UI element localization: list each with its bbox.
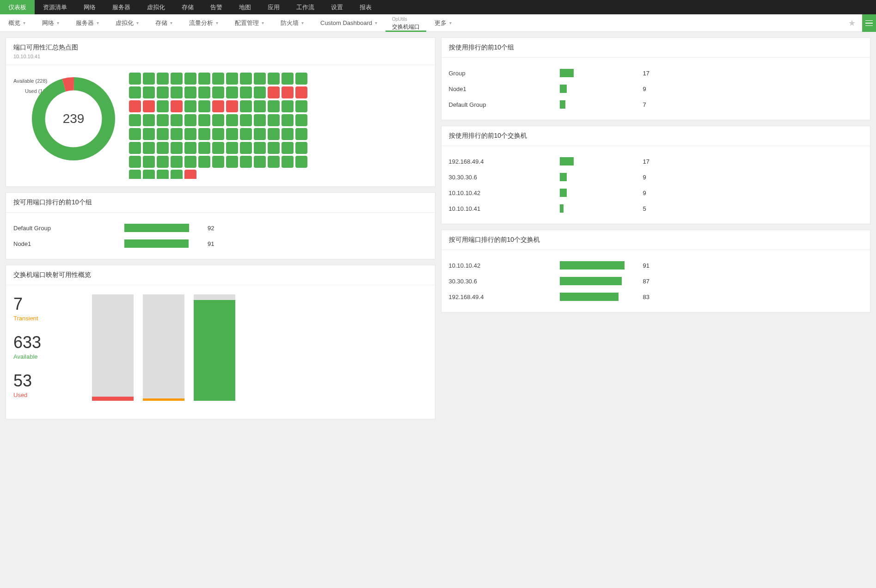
port-cell[interactable] — [157, 100, 169, 112]
topnav-item-workflow[interactable]: 工作流 — [288, 0, 323, 14]
port-cell[interactable] — [171, 170, 183, 179]
port-cell[interactable] — [282, 128, 294, 140]
port-cell[interactable] — [184, 170, 196, 179]
port-cell[interactable] — [254, 86, 266, 98]
port-cell[interactable] — [295, 86, 307, 98]
bar-row[interactable]: 192.168.49.483 — [449, 289, 863, 305]
port-cell[interactable] — [212, 100, 224, 112]
bar-row[interactable]: Default Group92 — [13, 220, 428, 236]
port-cell[interactable] — [268, 156, 280, 168]
port-cell[interactable] — [240, 114, 252, 126]
port-cell[interactable] — [171, 142, 183, 154]
port-cell[interactable] — [143, 100, 155, 112]
bar-row[interactable]: 10.10.10.415 — [449, 201, 863, 216]
subnav-item-config[interactable]: 配置管理▾ — [227, 14, 272, 32]
port-cell[interactable] — [171, 100, 183, 112]
subnav-item-overview[interactable]: 概览▾ — [0, 14, 34, 32]
topnav-item-map[interactable]: 地图 — [231, 0, 259, 14]
port-cell[interactable] — [157, 156, 169, 168]
bar-row[interactable]: 10.10.10.4291 — [449, 257, 863, 273]
port-cell[interactable] — [268, 142, 280, 154]
subnav-item-more[interactable]: 更多▾ — [426, 14, 460, 32]
bar-row[interactable]: Group17 — [449, 65, 863, 81]
port-cell[interactable] — [226, 114, 238, 126]
port-cell[interactable] — [295, 100, 307, 112]
topnav-item-alarm[interactable]: 告警 — [202, 0, 231, 14]
port-cell[interactable] — [226, 100, 238, 112]
port-cell[interactable] — [143, 114, 155, 126]
port-cell[interactable] — [143, 142, 155, 154]
port-cell[interactable] — [254, 100, 266, 112]
port-cell[interactable] — [226, 73, 238, 85]
port-cell[interactable] — [240, 86, 252, 98]
topnav-item-report[interactable]: 报表 — [351, 0, 380, 14]
port-cell[interactable] — [226, 142, 238, 154]
port-cell[interactable] — [295, 156, 307, 168]
port-cell[interactable] — [184, 142, 196, 154]
port-cell[interactable] — [184, 86, 196, 98]
port-cell[interactable] — [240, 142, 252, 154]
port-cell[interactable] — [254, 142, 266, 154]
port-cell[interactable] — [212, 73, 224, 85]
port-cell[interactable] — [143, 128, 155, 140]
port-cell[interactable] — [282, 142, 294, 154]
port-cell[interactable] — [184, 73, 196, 85]
port-cell[interactable] — [212, 114, 224, 126]
port-cell[interactable] — [212, 128, 224, 140]
port-cell[interactable] — [254, 73, 266, 85]
port-cell[interactable] — [226, 156, 238, 168]
port-cell[interactable] — [184, 100, 196, 112]
port-cell[interactable] — [212, 142, 224, 154]
port-cell[interactable] — [295, 73, 307, 85]
port-cell[interactable] — [268, 100, 280, 112]
port-cell[interactable] — [184, 114, 196, 126]
topnav-item-app[interactable]: 应用 — [259, 0, 288, 14]
topnav-item-settings[interactable]: 设置 — [323, 0, 351, 14]
port-cell[interactable] — [171, 86, 183, 98]
port-cell[interactable] — [143, 86, 155, 98]
port-cell[interactable] — [198, 142, 210, 154]
port-cell[interactable] — [268, 73, 280, 85]
port-cell[interactable] — [268, 114, 280, 126]
topnav-item-server[interactable]: 服务器 — [104, 0, 139, 14]
port-cell[interactable] — [282, 156, 294, 168]
subnav-tab-switchport[interactable]: OpUtils 交换机端口 — [386, 14, 426, 32]
port-cell[interactable] — [240, 100, 252, 112]
menu-toggle-icon[interactable] — [862, 14, 876, 32]
subnav-item-storage[interactable]: 存储▾ — [147, 14, 181, 32]
port-cell[interactable] — [129, 73, 141, 85]
port-cell[interactable] — [212, 86, 224, 98]
port-cell[interactable] — [129, 156, 141, 168]
port-cell[interactable] — [157, 142, 169, 154]
port-cell[interactable] — [295, 114, 307, 126]
port-cell[interactable] — [240, 156, 252, 168]
port-cell[interactable] — [212, 156, 224, 168]
port-cell[interactable] — [171, 156, 183, 168]
port-cell[interactable] — [226, 86, 238, 98]
port-cell[interactable] — [226, 128, 238, 140]
bar-row[interactable]: Node191 — [13, 236, 428, 251]
subnav-item-virtualization[interactable]: 虚拟化▾ — [107, 14, 147, 32]
port-cell[interactable] — [198, 73, 210, 85]
port-cell[interactable] — [198, 156, 210, 168]
subnav-item-firewall[interactable]: 防火墙▾ — [272, 14, 312, 32]
port-cell[interactable] — [143, 170, 155, 179]
bar-row[interactable]: Node19 — [449, 81, 863, 97]
port-cell[interactable] — [129, 128, 141, 140]
port-cell[interactable] — [295, 128, 307, 140]
port-cell[interactable] — [171, 128, 183, 140]
port-cell[interactable] — [198, 100, 210, 112]
bar-row[interactable]: Default Group7 — [449, 97, 863, 112]
port-cell[interactable] — [184, 128, 196, 140]
port-cell[interactable] — [268, 128, 280, 140]
topnav-item-dashboard[interactable]: 仪表板 — [0, 0, 35, 14]
port-cell[interactable] — [129, 100, 141, 112]
port-cell[interactable] — [240, 73, 252, 85]
topnav-item-inventory[interactable]: 资源清单 — [35, 0, 75, 14]
port-cell[interactable] — [198, 86, 210, 98]
port-cell[interactable] — [184, 156, 196, 168]
bar-row[interactable]: 192.168.49.417 — [449, 153, 863, 169]
port-cell[interactable] — [143, 156, 155, 168]
topnav-item-storage[interactable]: 存储 — [173, 0, 202, 14]
port-cell[interactable] — [171, 114, 183, 126]
